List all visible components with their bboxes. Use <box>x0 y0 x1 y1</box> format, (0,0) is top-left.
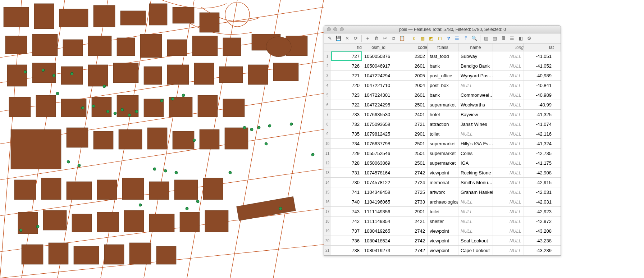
cell-long[interactable]: NULL <box>493 197 524 206</box>
cell-code[interactable]: 2742 <box>395 168 428 177</box>
zoom-to-icon[interactable]: 🔍 <box>471 35 478 42</box>
delete-column-icon[interactable]: ▤ <box>491 35 498 42</box>
cell-code[interactable]: 2501 <box>395 149 428 158</box>
cell-lat[interactable]: -40,841 <box>524 81 554 90</box>
traffic-lights[interactable] <box>327 27 344 31</box>
cell-fclass[interactable]: bank <box>428 61 458 70</box>
cell-code[interactable]: 2401 <box>395 110 428 119</box>
cell-name[interactable]: Rocking Stone <box>458 168 493 177</box>
cell-fclass[interactable]: viewpoint <box>428 168 458 177</box>
cell-long[interactable]: NULL <box>493 236 524 245</box>
cell-code[interactable]: 2742 <box>395 246 428 255</box>
cell-name[interactable]: Coles <box>458 149 493 158</box>
cell-osm_id[interactable]: 1047224295 <box>362 100 395 109</box>
cell-code[interactable]: 2601 <box>395 90 428 100</box>
table-row[interactable]: 172710500503762302fast_foodSubwayNULL-41… <box>324 51 561 61</box>
cell-long[interactable]: NULL <box>493 226 524 236</box>
calculator-icon[interactable]: 🖩 <box>500 35 507 42</box>
cell-name[interactable]: Hilly's IGA Ev… <box>458 139 493 148</box>
cell-code[interactable]: 2733 <box>395 197 428 206</box>
table-row[interactable]: 1574111043484582725artworkGraham Haskell… <box>324 187 561 197</box>
cell-fclass[interactable]: viewpoint <box>428 226 458 236</box>
cell-osm_id[interactable]: 1080418524 <box>362 236 395 245</box>
table-row[interactable]: 1373110745781642742viewpointRocking Ston… <box>324 168 561 178</box>
row-number[interactable]: 2 <box>324 61 331 70</box>
cell-fclass[interactable]: artwork <box>428 187 458 197</box>
cell-name[interactable]: Wynyard Pos… <box>458 71 493 80</box>
table-row[interactable]: 1073410766377982501supermarketHilly's IG… <box>324 139 561 149</box>
col-header-fclass[interactable]: fclass <box>428 44 458 51</box>
deselect-icon[interactable]: ◻ <box>436 35 443 42</box>
cell-long[interactable]: NULL <box>493 246 524 255</box>
cell-code[interactable]: 2501 <box>395 139 428 148</box>
cell-name[interactable]: Seal Lookout <box>458 236 493 245</box>
cell-long[interactable]: NULL <box>493 110 524 119</box>
table-row[interactable]: 973510798124252901toiletNULLNULL-42,116 <box>324 129 561 139</box>
invert-selection-icon[interactable]: ◩ <box>428 35 435 42</box>
cell-lat[interactable]: -42,915 <box>524 178 554 187</box>
table-row[interactable]: 773310766355302401hotelBayviewNULL-41,32… <box>324 110 561 119</box>
row-number[interactable]: 6 <box>324 100 331 109</box>
zoom-icon[interactable] <box>340 27 344 31</box>
row-number[interactable]: 4 <box>324 81 331 90</box>
cell-code[interactable]: 2005 <box>395 71 428 80</box>
table-row[interactable]: 572310472243012601bankCommonweal…NULL-40… <box>324 90 561 100</box>
cell-fclass[interactable]: hotel <box>428 110 458 119</box>
cell-fclass[interactable]: post_box <box>428 81 458 90</box>
cell-fid[interactable]: 726 <box>331 61 362 70</box>
cell-code[interactable]: 2901 <box>395 207 428 216</box>
table-row[interactable]: 2073610804185242742viewpointSeal Lookout… <box>324 236 561 246</box>
cell-osm_id[interactable]: 1047221710 <box>362 81 395 90</box>
cell-lat[interactable]: -42,031 <box>524 187 554 197</box>
row-number[interactable]: 10 <box>324 139 331 148</box>
cell-fid[interactable]: 740 <box>331 197 362 206</box>
conditional-format-icon[interactable]: ☰ <box>508 35 516 42</box>
cell-fclass[interactable]: toilet <box>428 207 458 216</box>
cell-osm_id[interactable]: 1074578164 <box>362 168 395 177</box>
cell-lat[interactable]: -42,735 <box>524 149 554 158</box>
table-row[interactable]: 272610500469172601bankBendigo BankNULL-4… <box>324 61 561 71</box>
cell-code[interactable]: 2501 <box>395 158 428 168</box>
cell-lat[interactable]: -41,051 <box>524 51 554 61</box>
row-number[interactable]: 12 <box>324 158 331 168</box>
cell-osm_id[interactable]: 1050046917 <box>362 61 395 70</box>
row-number[interactable]: 21 <box>324 246 331 255</box>
cell-lat[interactable]: -41,325 <box>524 110 554 119</box>
cell-fclass[interactable]: post_office <box>428 71 458 80</box>
cell-lat[interactable]: -41,175 <box>524 158 554 168</box>
cell-osm_id[interactable]: 1111149356 <box>362 207 395 216</box>
cell-lat[interactable]: -42,031 <box>524 197 554 206</box>
select-all-icon[interactable]: ▦ <box>419 35 426 42</box>
new-column-icon[interactable]: ▥ <box>483 35 490 42</box>
table-row[interactable]: 1473010745781222724memorialSmiths Monu…N… <box>324 178 561 187</box>
cell-code[interactable]: 2721 <box>395 119 428 129</box>
table-row[interactable]: 1774311111493562901toiletNULLNULL-42,923 <box>324 207 561 217</box>
table-row[interactable]: 472010472217102004post_boxNULLNULL-40,84… <box>324 81 561 90</box>
cell-code[interactable]: 2302 <box>395 51 428 61</box>
col-header-name[interactable]: name <box>458 44 493 51</box>
cell-fclass[interactable]: supermarket <box>428 158 458 168</box>
cell-fid[interactable]: 729 <box>331 149 362 158</box>
cell-osm_id[interactable]: 1047224301 <box>362 90 395 100</box>
cell-code[interactable]: 2501 <box>395 100 428 109</box>
cell-fid[interactable]: 730 <box>331 178 362 187</box>
table-row[interactable]: 1272810500638692501supermarketIGANULL-41… <box>324 158 561 168</box>
cell-name[interactable]: Woolworths <box>458 100 493 109</box>
cell-fclass[interactable]: fast_food <box>428 51 458 61</box>
pencil-icon[interactable]: ✎ <box>326 35 333 42</box>
cell-osm_id[interactable]: 1079812425 <box>362 129 395 138</box>
cell-fclass[interactable]: viewpoint <box>428 236 458 245</box>
row-number[interactable]: 15 <box>324 187 331 197</box>
cell-name[interactable]: Cape Lookout <box>458 246 493 255</box>
cell-lat[interactable]: -42,908 <box>524 168 554 177</box>
cell-fid[interactable]: 736 <box>331 236 362 245</box>
cell-long[interactable]: NULL <box>493 149 524 158</box>
cell-fid[interactable]: 734 <box>331 139 362 148</box>
cell-code[interactable]: 2004 <box>395 81 428 90</box>
filter-form-icon[interactable]: ☲ <box>453 35 461 42</box>
cell-name[interactable]: NULL <box>458 207 493 216</box>
row-number[interactable]: 18 <box>324 217 331 226</box>
cell-fid[interactable]: 722 <box>331 100 362 109</box>
filter-icon[interactable]: ⧩ <box>445 35 452 42</box>
cell-fclass[interactable]: attraction <box>428 119 458 129</box>
